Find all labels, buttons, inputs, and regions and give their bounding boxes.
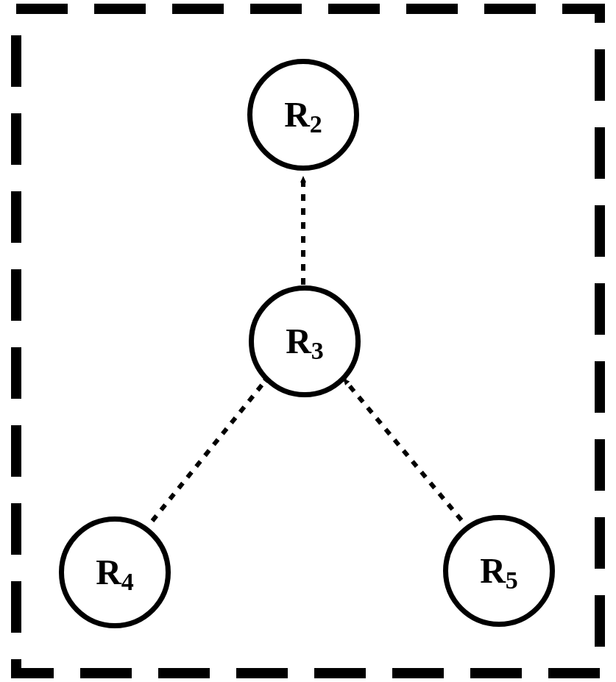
node-r5-sub: 5	[506, 566, 518, 594]
node-r3: R3	[249, 285, 361, 397]
diagram-canvas: R2 R3 R4 R5	[0, 0, 616, 682]
node-r2: R2	[247, 59, 359, 171]
node-r2-letter: R	[284, 95, 310, 134]
node-r3-letter: R	[286, 322, 311, 360]
node-r4: R4	[59, 516, 171, 628]
node-r5-letter: R	[480, 551, 506, 590]
node-r5: R5	[443, 515, 555, 627]
edge-r5-r3	[344, 379, 461, 520]
edge-r4-r3	[152, 377, 269, 521]
node-r3-label: R3	[286, 324, 324, 359]
node-r2-sub: 2	[310, 110, 322, 138]
node-r2-label: R2	[284, 97, 322, 132]
node-r3-sub: 3	[311, 337, 324, 364]
node-r4-label: R4	[96, 555, 134, 590]
node-r4-letter: R	[96, 553, 121, 592]
node-r4-sub: 4	[121, 568, 134, 595]
node-r5-label: R5	[480, 553, 518, 589]
